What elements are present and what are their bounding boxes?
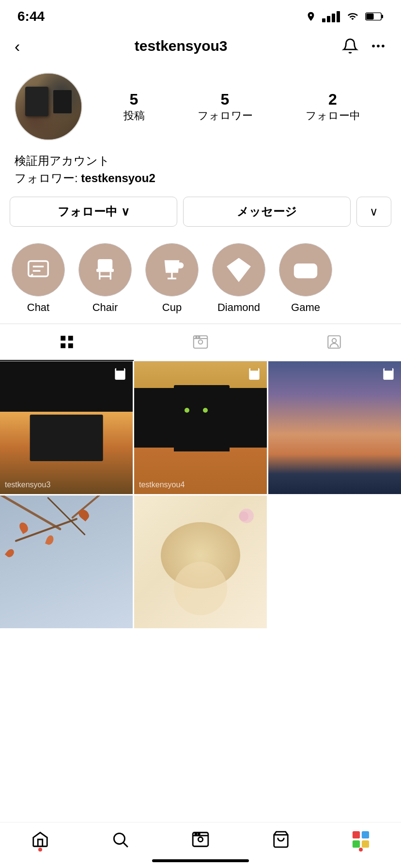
svg-rect-10	[96, 269, 114, 272]
reel-badge-2	[247, 366, 262, 384]
svg-point-24	[310, 271, 312, 273]
highlight-chair-circle	[78, 243, 132, 296]
avatar[interactable]	[15, 73, 82, 140]
action-buttons: フォロー中 ∨ メッセージ ∨	[0, 197, 401, 238]
grid-item-2[interactable]: testkensyou4	[134, 361, 267, 494]
profile-dot	[359, 848, 363, 852]
following-count: 2	[328, 91, 337, 108]
svg-rect-25	[61, 336, 65, 341]
svg-point-35	[332, 339, 337, 343]
highlight-cup-circle	[145, 243, 199, 296]
nav-home[interactable]	[31, 830, 49, 849]
followers-count: 5	[221, 91, 230, 108]
nav-reels[interactable]	[191, 830, 210, 849]
follow-chevron: ∨	[121, 205, 130, 218]
grid-watermark-1: testkensyou3	[5, 480, 50, 489]
photo-grid: testkensyou3 testkensyou4	[0, 361, 401, 628]
svg-rect-26	[68, 336, 73, 341]
highlight-diamond-label: Diamond	[217, 301, 260, 314]
reels-nav-icon	[191, 830, 210, 849]
nav-shop[interactable]	[272, 830, 290, 849]
shop-icon	[272, 830, 290, 849]
game-icon	[293, 257, 319, 283]
svg-rect-1	[381, 15, 383, 18]
back-button[interactable]: ‹	[15, 37, 20, 56]
svg-point-33	[199, 337, 200, 338]
highlight-game-label: Game	[291, 301, 320, 314]
grid-watermark-2: testkensyou4	[139, 480, 185, 489]
highlight-game-circle	[279, 243, 332, 296]
svg-point-39	[198, 837, 203, 842]
grid-item-4[interactable]	[0, 496, 133, 628]
signal-bars	[322, 11, 340, 22]
cup-icon	[159, 257, 185, 283]
svg-rect-27	[61, 343, 65, 348]
highlight-cup[interactable]: Cup	[145, 243, 199, 314]
following-stat[interactable]: 2 フォロー中	[306, 91, 360, 123]
svg-rect-2	[366, 14, 373, 19]
highlight-chair-label: Chair	[93, 301, 118, 314]
message-label: メッセージ	[237, 204, 297, 219]
svg-point-32	[196, 337, 197, 338]
bio-line1: 検証用アカウント	[15, 154, 110, 167]
more-button[interactable]: ∨	[356, 197, 391, 227]
svg-line-37	[124, 843, 128, 847]
bio-follower-prefix: フォロワー:	[15, 171, 81, 185]
posts-label: 投稿	[123, 108, 145, 123]
home-icon	[31, 830, 49, 849]
highlight-cup-label: Cup	[162, 301, 182, 314]
svg-point-4	[377, 45, 380, 47]
highlight-diamond[interactable]: Diamond	[212, 243, 265, 314]
highlight-chat-circle	[12, 243, 65, 296]
bell-icon[interactable]	[342, 38, 358, 54]
nav-search[interactable]	[111, 830, 129, 849]
follow-button[interactable]: フォロー中 ∨	[10, 197, 177, 227]
reels-icon	[192, 334, 209, 350]
tab-reels[interactable]	[134, 324, 267, 361]
status-bar: 6:44	[0, 0, 401, 29]
svg-point-30	[199, 340, 203, 344]
highlight-chair[interactable]: Chair	[78, 243, 132, 314]
svg-point-3	[372, 45, 375, 47]
profile-icon	[352, 830, 370, 849]
status-icons	[306, 11, 384, 22]
tab-grid[interactable]	[0, 324, 134, 361]
more-icon[interactable]	[370, 38, 386, 54]
svg-rect-47	[362, 840, 369, 848]
followers-label: フォロワー	[198, 108, 253, 123]
followers-stat[interactable]: 5 フォロワー	[198, 91, 253, 123]
svg-point-5	[382, 45, 385, 47]
grid-item-5[interactable]	[134, 496, 267, 628]
diamond-icon	[226, 257, 252, 283]
grid-icon	[59, 334, 75, 350]
page-header: ‹ testkensyou3	[0, 29, 401, 63]
header-actions	[342, 38, 386, 54]
following-label: フォロー中	[306, 108, 360, 123]
search-icon	[111, 830, 129, 849]
grid-item-1[interactable]: testkensyou3	[0, 361, 133, 494]
highlight-game[interactable]: Game	[279, 243, 332, 314]
posts-stat[interactable]: 5 投稿	[123, 91, 145, 123]
more-chevron: ∨	[370, 205, 378, 218]
message-button[interactable]: メッセージ	[183, 197, 351, 227]
nav-profile[interactable]	[352, 830, 370, 849]
posts-count: 5	[130, 91, 139, 108]
bio-text: 検証用アカウント フォロワー: testkensyou2	[15, 152, 386, 187]
highlights-row: Chat Chair Cup	[0, 238, 401, 324]
wifi-icon	[346, 11, 359, 22]
bio-follower-user[interactable]: testkensyou2	[81, 171, 155, 185]
tab-tagged[interactable]	[267, 324, 401, 361]
svg-rect-44	[353, 831, 360, 838]
svg-marker-16	[228, 259, 250, 281]
svg-rect-28	[68, 343, 73, 348]
follow-label: フォロー中	[58, 204, 117, 219]
svg-rect-45	[362, 831, 369, 838]
highlight-diamond-circle	[212, 243, 265, 296]
svg-rect-20	[295, 264, 317, 278]
chair-icon	[92, 257, 118, 283]
svg-point-36	[114, 833, 125, 844]
highlight-chat[interactable]: Chat	[12, 243, 65, 314]
location-icon	[306, 11, 316, 22]
grid-item-3[interactable]	[268, 361, 401, 494]
battery-icon	[365, 11, 384, 22]
